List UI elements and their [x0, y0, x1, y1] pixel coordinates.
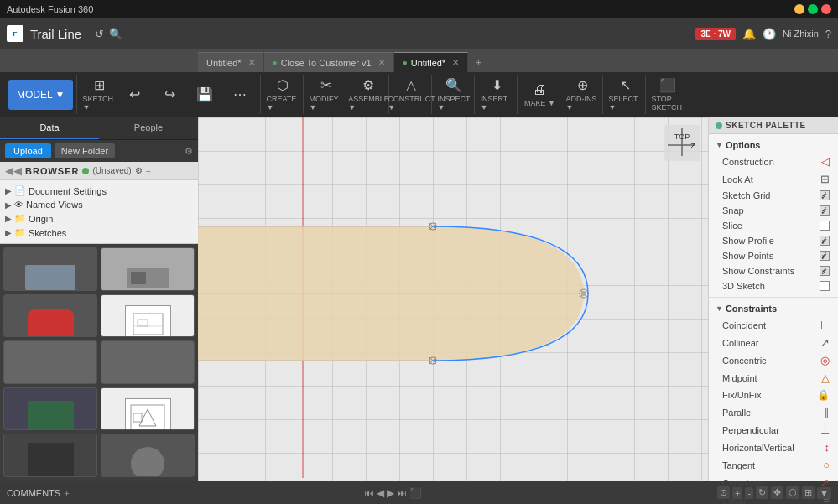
palette-row-sketchgrid[interactable]: Sketch Grid ✓ — [709, 188, 838, 203]
palette-row-coincident[interactable]: Coincident ⊢ — [709, 316, 838, 334]
maximize-button[interactable] — [808, 4, 818, 14]
help-icon[interactable]: ? — [825, 28, 831, 40]
palette-row-show-points[interactable]: Show Points ✓ — [709, 248, 838, 263]
save-tool[interactable]: 💾 — [188, 78, 221, 112]
list-item[interactable]: 2 Drawing V1 — [101, 294, 195, 338]
sketchgrid-checkbox[interactable]: ✓ — [820, 190, 830, 200]
title-bar-controls — [794, 4, 831, 14]
people-tab[interactable]: People — [99, 117, 198, 139]
tab-status-icon-2: ● — [273, 58, 278, 67]
grid-toggle-button[interactable]: ⊞ — [802, 486, 815, 499]
3dsketch-checkbox[interactable] — [820, 281, 830, 291]
minimize-button[interactable] — [794, 4, 804, 14]
list-item[interactable] — [3, 434, 97, 477]
palette-row-show-profile[interactable]: Show Profile ✓ — [709, 233, 838, 248]
zoom-in-button[interactable]: + — [732, 487, 742, 499]
browser-expand-button[interactable]: + — [146, 166, 151, 176]
new-folder-button[interactable]: New Folder — [55, 143, 115, 158]
orbit-button[interactable]: ↻ — [756, 486, 768, 499]
data-tab[interactable]: Data — [0, 117, 99, 139]
list-item[interactable]: Close To Custo... V1 — [101, 247, 195, 291]
comments-expand-icon[interactable]: + — [64, 488, 69, 498]
assemble-tool[interactable]: ⚙ASSEMBLE ▼ — [351, 78, 385, 112]
canvas-area[interactable]: TOP Z — [198, 117, 708, 481]
palette-row-3dsketch[interactable]: 3D Sketch — [709, 278, 838, 294]
tab-close-3[interactable]: ✕ — [452, 58, 459, 67]
palette-row-perpendicular[interactable]: Perpendicular ⊥ — [709, 421, 838, 439]
palette-row-show-constraints[interactable]: Show Constraints ✓ — [709, 263, 838, 278]
more-view-button[interactable]: ▼ — [817, 487, 831, 499]
clock-icon[interactable]: 🕐 — [763, 28, 776, 40]
view-cube-button[interactable]: ⬡ — [786, 486, 799, 499]
pan-button[interactable]: ✥ — [771, 486, 783, 499]
constraints-section-header[interactable]: ▼ Constraints — [709, 301, 838, 316]
slice-checkbox[interactable] — [820, 221, 830, 231]
palette-row-horizontalvertical[interactable]: HorizontalVertical ↕ — [709, 439, 838, 456]
palette-row-tangent[interactable]: Tangent ○ — [709, 456, 838, 474]
tree-icon-doc: 📄 — [14, 185, 26, 196]
nav-next-button[interactable]: ⏭ — [397, 487, 407, 499]
bell-icon[interactable]: 🔔 — [742, 28, 756, 40]
search-icon[interactable]: 🔍 — [109, 28, 122, 40]
palette-row-snap[interactable]: Snap ✓ — [709, 203, 838, 218]
undo-tool[interactable]: ↩ — [117, 78, 151, 112]
snap-checkbox[interactable]: ✓ — [820, 205, 830, 216]
tree-document-settings[interactable]: ▶ 📄 Document Settings — [5, 184, 193, 198]
tab-add-button[interactable]: + — [468, 52, 488, 72]
notifications-badge[interactable]: 3E · 7W — [695, 28, 736, 40]
list-item[interactable]: Stapler V12 — [3, 294, 97, 338]
panel-settings-icon[interactable]: ⚙ — [185, 146, 193, 157]
stop-sketch-toolbar-button[interactable]: ⬛STOP SKETCH — [651, 78, 684, 112]
construct-tool[interactable]: △CONSTRUCT ▼ — [394, 78, 428, 112]
create-tool[interactable]: ⬡CREATE ▼ — [266, 78, 299, 112]
show-profile-checkbox[interactable]: ✓ — [820, 236, 830, 246]
addins-tool[interactable]: ⊕ADD-INS ▼ — [565, 78, 599, 112]
browser-collapse-icon[interactable]: ◀◀ — [5, 164, 22, 177]
modify-tool[interactable]: ✂MODIFY ▼ — [309, 78, 342, 112]
model-button[interactable]: MODEL ▼ — [8, 80, 73, 110]
palette-row-concentric[interactable]: Concentric ◎ — [709, 351, 838, 369]
nav-prev-button[interactable]: ◀ — [377, 487, 384, 499]
palette-row-construction[interactable]: Construction ◁ — [709, 153, 838, 170]
inspect-tool[interactable]: 🔍INSPECT ▼ — [437, 78, 471, 112]
nav-play-button[interactable]: ▶ — [387, 487, 394, 499]
palette-row-slice[interactable]: Slice — [709, 218, 838, 233]
palette-row-collinear[interactable]: Collinear ↗ — [709, 334, 838, 351]
options-section-header[interactable]: ▼ Options — [709, 138, 838, 153]
lookat-icon: ⊞ — [820, 173, 830, 185]
close-button[interactable] — [821, 4, 831, 14]
zoom-out-button[interactable]: - — [745, 487, 753, 499]
list-item[interactable]: 20171010 V1 — [101, 387, 195, 431]
zoom-fit-button[interactable]: ⊙ — [717, 486, 730, 499]
tab-untitled-1[interactable]: Untitled* ✕ — [198, 52, 264, 72]
tab-close-2[interactable]: ✕ — [378, 58, 385, 67]
palette-row-midpoint[interactable]: Midpoint △ — [709, 369, 838, 387]
tree-sketches[interactable]: ▶ 📁 Sketches — [5, 226, 193, 240]
list-item[interactable]: 平口钳 V6 — [3, 387, 97, 431]
list-item[interactable]: 5 box v2 V1 — [3, 340, 97, 384]
refresh-icon[interactable]: ↺ — [95, 28, 104, 40]
palette-row-parallel[interactable]: Parallel ∥ — [709, 403, 838, 421]
tree-origin[interactable]: ▶ 📁 Origin — [5, 211, 193, 226]
make-tool[interactable]: 🖨MAKE ▼ — [523, 78, 556, 112]
redo-tool[interactable]: ↪ — [153, 78, 186, 112]
insert-tool[interactable]: ⬇INSERT ▼ — [480, 78, 513, 112]
show-constraints-checkbox[interactable]: ✓ — [820, 266, 830, 276]
browser-options-icon[interactable]: ⚙ — [135, 166, 143, 175]
show-points-checkbox[interactable]: ✓ — [820, 251, 830, 261]
select-tool[interactable]: ↖SELECT ▼ — [608, 78, 642, 112]
tree-named-views[interactable]: ▶ 👁 Named Views — [5, 198, 193, 211]
sketch-grid-tool[interactable]: ⊞SKETCH ▼ — [82, 78, 116, 112]
upload-button[interactable]: Upload — [5, 143, 51, 158]
nav-record-button[interactable]: ⬛ — [409, 487, 422, 499]
tab-close-1[interactable]: ✕ — [248, 58, 255, 67]
palette-row-lookat[interactable]: Look At ⊞ — [709, 170, 838, 188]
list-item[interactable]: 2 V1 — [3, 247, 97, 291]
palette-row-fixunfix[interactable]: Fix/UnFix 🔒 — [709, 387, 838, 403]
tab-close-to-customer[interactable]: ● Close To Customer v1 ✕ — [264, 52, 394, 72]
nav-first-button[interactable]: ⏮ — [364, 487, 374, 499]
list-item[interactable] — [101, 434, 195, 477]
list-item[interactable]: box v2 V1 — [101, 340, 195, 384]
tab-untitled-2[interactable]: ● Untitled* ✕ — [394, 52, 469, 72]
more-tool[interactable]: ⋯ — [223, 78, 257, 112]
